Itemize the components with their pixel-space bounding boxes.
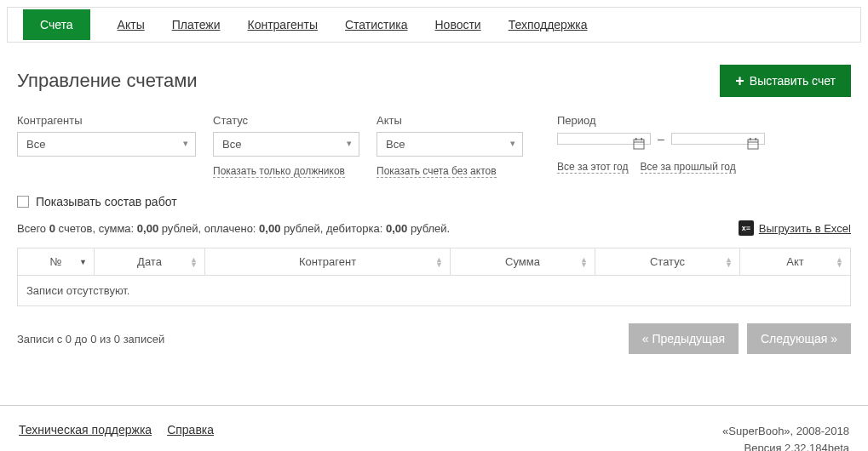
nav-payments[interactable]: Платежи xyxy=(172,18,221,31)
create-invoice-label: Выставить счет xyxy=(750,74,836,88)
show-no-acts-link[interactable]: Показать счета без актов xyxy=(377,165,497,178)
show-debtors-link[interactable]: Показать только должников xyxy=(213,165,345,178)
calendar-icon xyxy=(747,138,759,152)
svg-rect-0 xyxy=(634,140,644,149)
show-works-checkbox[interactable] xyxy=(17,196,29,208)
col-act[interactable]: Акт▲▼ xyxy=(740,248,851,276)
pager-info: Записи с 0 до 0 из 0 записей xyxy=(17,333,164,345)
show-works-label: Показывать состав работ xyxy=(36,195,177,208)
filters-row: Контрагенты Все Статус Все Показать толь… xyxy=(17,114,851,178)
calendar-icon xyxy=(633,138,645,152)
table-empty-row: Записи отсутствуют. xyxy=(18,276,851,306)
nav-invoices[interactable]: Счета xyxy=(23,9,90,40)
col-sum[interactable]: Сумма▲▼ xyxy=(451,248,595,276)
export-excel-link[interactable]: x≡ Выгрузить в Excel xyxy=(739,220,851,236)
main-nav: Счета Акты Платежи Контрагенты Статистик… xyxy=(7,7,861,43)
footer-version: Версия 2.32.184beta xyxy=(722,440,849,452)
period-to-input[interactable] xyxy=(671,133,765,145)
nav-support[interactable]: Техподдержка xyxy=(509,18,588,31)
period-dash: – xyxy=(658,132,664,146)
nav-stats[interactable]: Статистика xyxy=(345,18,408,31)
create-invoice-button[interactable]: + Выставить счет xyxy=(720,65,851,97)
filter-acts-label: Акты xyxy=(377,114,523,127)
footer-tech-link[interactable]: Техническая поддержка xyxy=(19,423,152,451)
invoices-table: №▼ Дата▲▼ Контрагент▲▼ Сумма▲▼ Статус▲▼ … xyxy=(17,248,851,306)
page-title: Управление счетами xyxy=(17,70,198,92)
col-date[interactable]: Дата▲▼ xyxy=(95,248,205,276)
period-from-input[interactable] xyxy=(557,133,651,145)
nav-acts[interactable]: Акты xyxy=(118,18,145,31)
filter-status-select[interactable]: Все xyxy=(213,132,359,157)
col-status[interactable]: Статус▲▼ xyxy=(595,248,740,276)
pager-next-button[interactable]: Следующая » xyxy=(747,323,851,354)
footer-help-link[interactable]: Справка xyxy=(167,423,214,451)
footer: Техническая поддержка Справка «SuperBooh… xyxy=(0,405,868,451)
svg-rect-3 xyxy=(641,138,643,140)
filter-acts-select[interactable]: Все xyxy=(377,132,523,157)
svg-rect-7 xyxy=(755,138,756,140)
filter-status-label: Статус xyxy=(213,114,359,127)
footer-brand: «SuperBooh», 2008-2018 xyxy=(722,423,849,440)
excel-icon: x≡ xyxy=(739,220,754,236)
period-last-year-link[interactable]: Все за прошлый год xyxy=(641,161,736,174)
summary-text: Всего 0 счетов, сумма: 0,00 рублей, опла… xyxy=(17,222,450,235)
filter-contractor-select[interactable]: Все xyxy=(17,132,196,157)
svg-rect-4 xyxy=(748,140,758,149)
filter-contractor-label: Контрагенты xyxy=(17,114,196,127)
export-excel-label: Выгрузить в Excel xyxy=(759,222,851,235)
svg-rect-6 xyxy=(750,138,751,140)
pager-prev-button[interactable]: « Предыдущая xyxy=(629,323,739,354)
col-number[interactable]: №▼ xyxy=(18,248,95,276)
nav-news[interactable]: Новости xyxy=(434,18,480,31)
svg-rect-2 xyxy=(635,138,637,140)
plus-icon: + xyxy=(735,73,744,88)
filter-period-label: Период xyxy=(557,114,765,127)
col-contractor[interactable]: Контрагент▲▼ xyxy=(205,248,451,276)
period-this-year-link[interactable]: Все за этот год xyxy=(557,161,629,174)
nav-contractors[interactable]: Контрагенты xyxy=(248,18,318,31)
